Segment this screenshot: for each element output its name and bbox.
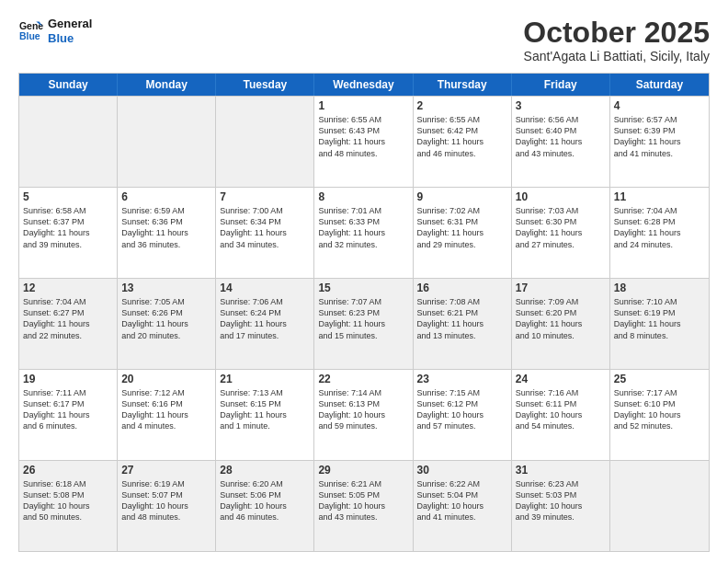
calendar-cell: 10Sunrise: 7:03 AM Sunset: 6:30 PM Dayli… — [512, 188, 610, 278]
day-info: Sunrise: 6:19 AM Sunset: 5:07 PM Dayligh… — [121, 478, 211, 523]
calendar-cell: 22Sunrise: 7:14 AM Sunset: 6:13 PM Dayli… — [314, 370, 413, 460]
day-info: Sunrise: 6:18 AM Sunset: 5:08 PM Dayligh… — [23, 478, 113, 523]
day-number: 26 — [23, 464, 113, 477]
calendar-cell: 20Sunrise: 7:12 AM Sunset: 6:16 PM Dayli… — [118, 370, 216, 460]
day-number: 5 — [23, 190, 113, 203]
day-info: Sunrise: 6:23 AM Sunset: 5:03 PM Dayligh… — [516, 478, 606, 523]
day-info: Sunrise: 6:58 AM Sunset: 6:37 PM Dayligh… — [23, 205, 113, 250]
calendar-cell: 23Sunrise: 7:15 AM Sunset: 6:12 PM Dayli… — [414, 370, 512, 460]
calendar-body: 1Sunrise: 6:55 AM Sunset: 6:43 PM Daylig… — [19, 96, 709, 551]
day-number: 1 — [318, 99, 408, 112]
calendar-cell: 11Sunrise: 7:04 AM Sunset: 6:28 PM Dayli… — [610, 188, 709, 278]
calendar-cell: 31Sunrise: 6:23 AM Sunset: 5:03 PM Dayli… — [512, 461, 610, 551]
day-info: Sunrise: 6:55 AM Sunset: 6:43 PM Dayligh… — [318, 114, 408, 159]
day-info: Sunrise: 7:04 AM Sunset: 6:28 PM Dayligh… — [614, 205, 705, 250]
day-number: 17 — [516, 282, 606, 294]
calendar-row: 5Sunrise: 6:58 AM Sunset: 6:37 PM Daylig… — [19, 187, 709, 278]
logo-line1: General — [48, 17, 92, 31]
calendar-cell: 9Sunrise: 7:02 AM Sunset: 6:31 PM Daylig… — [414, 188, 512, 278]
day-info: Sunrise: 7:17 AM Sunset: 6:10 PM Dayligh… — [614, 387, 705, 432]
day-info: Sunrise: 7:13 AM Sunset: 6:15 PM Dayligh… — [220, 387, 310, 432]
day-info: Sunrise: 6:57 AM Sunset: 6:39 PM Dayligh… — [614, 114, 705, 159]
calendar-cell: 19Sunrise: 7:11 AM Sunset: 6:17 PM Dayli… — [19, 370, 118, 460]
logo: General Blue General Blue — [18, 17, 92, 45]
calendar-header: SundayMondayTuesdayWednesdayThursdayFrid… — [19, 74, 709, 96]
calendar-cell: 28Sunrise: 6:20 AM Sunset: 5:06 PM Dayli… — [216, 461, 314, 551]
day-number: 16 — [417, 282, 507, 294]
calendar-cell: 5Sunrise: 6:58 AM Sunset: 6:37 PM Daylig… — [19, 188, 118, 278]
calendar-cell: 24Sunrise: 7:16 AM Sunset: 6:11 PM Dayli… — [512, 370, 610, 460]
day-number: 4 — [614, 99, 705, 112]
weekday-header: Sunday — [19, 74, 118, 96]
day-number: 9 — [417, 190, 507, 203]
day-number: 25 — [614, 373, 705, 385]
calendar-cell: 21Sunrise: 7:13 AM Sunset: 6:15 PM Dayli… — [216, 370, 314, 460]
calendar-row: 1Sunrise: 6:55 AM Sunset: 6:43 PM Daylig… — [19, 96, 709, 187]
calendar-row: 26Sunrise: 6:18 AM Sunset: 5:08 PM Dayli… — [19, 460, 709, 551]
day-info: Sunrise: 7:11 AM Sunset: 6:17 PM Dayligh… — [23, 387, 113, 432]
day-info: Sunrise: 7:14 AM Sunset: 6:13 PM Dayligh… — [318, 387, 408, 432]
calendar-cell: 6Sunrise: 6:59 AM Sunset: 6:36 PM Daylig… — [118, 188, 216, 278]
header: General Blue General Blue October 2025 S… — [18, 17, 710, 63]
calendar-cell: 18Sunrise: 7:10 AM Sunset: 6:19 PM Dayli… — [610, 279, 709, 369]
day-info: Sunrise: 6:20 AM Sunset: 5:06 PM Dayligh… — [220, 478, 310, 523]
calendar-cell: 17Sunrise: 7:09 AM Sunset: 6:20 PM Dayli… — [512, 279, 610, 369]
day-number: 24 — [516, 373, 606, 385]
day-number: 15 — [318, 282, 408, 294]
day-info: Sunrise: 6:59 AM Sunset: 6:36 PM Dayligh… — [121, 205, 211, 250]
calendar-cell — [19, 97, 118, 187]
day-info: Sunrise: 6:21 AM Sunset: 5:05 PM Dayligh… — [318, 478, 408, 523]
weekday-header: Thursday — [414, 74, 512, 96]
day-number: 12 — [23, 282, 113, 294]
day-number: 31 — [516, 464, 606, 477]
day-number: 8 — [318, 190, 408, 203]
day-number: 29 — [318, 464, 408, 477]
calendar-cell: 4Sunrise: 6:57 AM Sunset: 6:39 PM Daylig… — [610, 97, 709, 187]
day-info: Sunrise: 7:10 AM Sunset: 6:19 PM Dayligh… — [614, 296, 705, 341]
calendar-cell: 7Sunrise: 7:00 AM Sunset: 6:34 PM Daylig… — [216, 188, 314, 278]
page: General Blue General Blue October 2025 S… — [0, 0, 728, 563]
day-number: 19 — [23, 373, 113, 385]
day-number: 7 — [220, 190, 310, 203]
calendar-row: 19Sunrise: 7:11 AM Sunset: 6:17 PM Dayli… — [19, 369, 709, 460]
calendar-cell — [610, 461, 709, 551]
day-number: 3 — [516, 99, 606, 112]
calendar-cell — [118, 97, 216, 187]
calendar-cell: 1Sunrise: 6:55 AM Sunset: 6:43 PM Daylig… — [314, 97, 413, 187]
day-number: 22 — [318, 373, 408, 385]
logo-icon: General Blue — [18, 18, 44, 44]
day-info: Sunrise: 7:16 AM Sunset: 6:11 PM Dayligh… — [516, 387, 606, 432]
day-number: 14 — [220, 282, 310, 294]
logo-line2: Blue — [48, 31, 92, 46]
calendar-cell: 29Sunrise: 6:21 AM Sunset: 5:05 PM Dayli… — [314, 461, 413, 551]
header-right: October 2025 Sant'Agata Li Battiati, Sic… — [523, 17, 710, 63]
day-info: Sunrise: 6:56 AM Sunset: 6:40 PM Dayligh… — [516, 114, 606, 159]
calendar-cell: 25Sunrise: 7:17 AM Sunset: 6:10 PM Dayli… — [610, 370, 709, 460]
day-number: 10 — [516, 190, 606, 203]
day-info: Sunrise: 7:00 AM Sunset: 6:34 PM Dayligh… — [220, 205, 310, 250]
calendar-cell: 3Sunrise: 6:56 AM Sunset: 6:40 PM Daylig… — [512, 97, 610, 187]
calendar-cell: 2Sunrise: 6:55 AM Sunset: 6:42 PM Daylig… — [414, 97, 512, 187]
calendar: SundayMondayTuesdayWednesdayThursdayFrid… — [18, 73, 710, 552]
calendar-cell: 26Sunrise: 6:18 AM Sunset: 5:08 PM Dayli… — [19, 461, 118, 551]
calendar-cell — [216, 97, 314, 187]
day-info: Sunrise: 7:06 AM Sunset: 6:24 PM Dayligh… — [220, 296, 310, 341]
day-info: Sunrise: 7:01 AM Sunset: 6:33 PM Dayligh… — [318, 205, 408, 250]
day-number: 21 — [220, 373, 310, 385]
day-info: Sunrise: 6:55 AM Sunset: 6:42 PM Dayligh… — [417, 114, 507, 159]
calendar-cell: 14Sunrise: 7:06 AM Sunset: 6:24 PM Dayli… — [216, 279, 314, 369]
day-number: 2 — [417, 99, 507, 112]
day-info: Sunrise: 7:05 AM Sunset: 6:26 PM Dayligh… — [121, 296, 211, 341]
calendar-cell: 30Sunrise: 6:22 AM Sunset: 5:04 PM Dayli… — [414, 461, 512, 551]
calendar-cell: 12Sunrise: 7:04 AM Sunset: 6:27 PM Dayli… — [19, 279, 118, 369]
day-info: Sunrise: 7:08 AM Sunset: 6:21 PM Dayligh… — [417, 296, 507, 341]
day-info: Sunrise: 7:15 AM Sunset: 6:12 PM Dayligh… — [417, 387, 507, 432]
day-number: 6 — [121, 190, 211, 203]
month-title: October 2025 — [523, 17, 710, 49]
weekday-header: Wednesday — [314, 74, 413, 96]
day-number: 11 — [614, 190, 705, 203]
day-number: 28 — [220, 464, 310, 477]
weekday-header: Monday — [118, 74, 216, 96]
day-number: 13 — [121, 282, 211, 294]
calendar-cell: 16Sunrise: 7:08 AM Sunset: 6:21 PM Dayli… — [414, 279, 512, 369]
